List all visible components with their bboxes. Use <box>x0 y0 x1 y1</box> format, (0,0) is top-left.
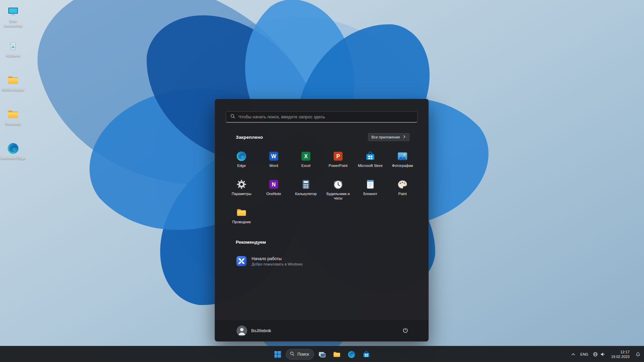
svg-text:W: W <box>271 154 276 159</box>
app-tile-excel[interactable]: X Excel <box>290 149 322 177</box>
app-tile-word[interactable]: W Word <box>258 149 290 177</box>
word-icon: W <box>268 150 279 162</box>
svg-text:P: P <box>336 154 340 159</box>
app-tile-label: Word <box>269 164 278 168</box>
pinned-header-row: Закреплено Все приложения <box>236 133 410 141</box>
all-apps-button[interactable]: Все приложения <box>368 133 410 141</box>
app-tile-microsoft-store[interactable]: Microsoft Store <box>354 149 386 177</box>
recommended-item-title: Начало работы <box>252 256 303 261</box>
power-button[interactable] <box>398 325 412 337</box>
search-icon <box>290 351 295 357</box>
user-profile-button[interactable]: BoJIIIebnik <box>236 323 274 338</box>
edge-icon <box>236 150 247 162</box>
settings-gear-icon <box>236 179 247 190</box>
computer-icon <box>1 5 25 18</box>
taskbar-file-explorer-button[interactable] <box>330 348 343 361</box>
get-started-icon <box>236 255 247 267</box>
tray-quick-settings-button[interactable] <box>591 348 607 361</box>
onenote-icon: N <box>268 179 279 190</box>
desktop-icon-this-pc[interactable]: Этот компьютер <box>1 5 25 28</box>
recycle-bin-icon <box>1 40 25 52</box>
app-tile-notepad[interactable]: Блокнот <box>354 177 386 205</box>
desktop-icon-label: KMSActivator <box>1 87 25 92</box>
calculator-icon <box>300 179 312 190</box>
tray-date: 19.02.2023 <box>611 354 630 359</box>
tray-language-button[interactable]: ENG <box>578 348 590 361</box>
app-tile-label: Microsoft Store <box>358 164 383 168</box>
svg-text:N: N <box>272 182 276 187</box>
taskbar-store-button[interactable] <box>360 348 373 361</box>
app-tile-label: Будильники и часы <box>323 192 354 200</box>
paint-palette-icon <box>397 179 408 190</box>
app-tile-label: Параметры <box>232 192 252 196</box>
svg-text:X: X <box>304 154 308 159</box>
recommended-item-subtitle: Добро пожаловать в Windows <box>252 262 303 266</box>
app-tile-paint[interactable]: Paint <box>386 177 419 205</box>
start-search-box[interactable] <box>226 111 418 123</box>
recommended-section-title: Рекомендуем <box>236 240 266 245</box>
store-icon <box>365 150 376 162</box>
desktop[interactable]: Этот компьютер Корзина KMSActivator Reco… <box>0 0 644 362</box>
folder-icon <box>1 74 25 86</box>
chevron-up-icon <box>571 352 576 357</box>
app-tile-calculator[interactable]: Калькулятор <box>290 177 322 205</box>
network-globe-icon <box>593 352 598 357</box>
app-tile-powerpoint[interactable]: P PowerPoint <box>322 149 354 177</box>
task-view-button[interactable] <box>315 348 329 361</box>
tray-time: 12:17 <box>611 350 630 354</box>
desktop-icon-recovery[interactable]: Recovery <box>1 108 25 126</box>
app-tile-photos[interactable]: Фотографии <box>386 149 419 177</box>
app-tile-label: Paint <box>398 192 407 196</box>
app-tile-edge[interactable]: Edge <box>225 149 258 177</box>
taskbar-search-button[interactable]: Поиск <box>286 349 314 360</box>
desktop-icon-label: Microsoft Edge <box>1 156 25 160</box>
desktop-icon-recycle-bin[interactable]: Корзина <box>1 40 25 58</box>
desktop-icon-kmsactivator[interactable]: KMSActivator <box>1 74 25 92</box>
app-tile-label: Блокнот <box>363 192 377 196</box>
recommended-item-get-started[interactable]: Начало работы Добро пожаловать в Windows <box>232 253 376 269</box>
app-tile-settings[interactable]: Параметры <box>225 177 258 205</box>
edge-icon <box>1 142 25 155</box>
chevron-right-icon <box>402 135 406 139</box>
app-tile-label: Excel <box>302 164 311 168</box>
app-tile-onenote[interactable]: N OneNote <box>258 177 290 205</box>
system-tray: ENG 12:17 19.02.2023 <box>569 346 643 362</box>
taskbar: Поиск <box>0 346 644 362</box>
folder-icon <box>236 207 247 218</box>
tray-clock-button[interactable]: 12:17 19.02.2023 <box>608 348 633 361</box>
start-menu-user-bar: BoJIIIebnik <box>215 320 428 341</box>
notification-center-button[interactable] <box>633 348 643 361</box>
tray-hidden-icons-button[interactable] <box>569 348 578 361</box>
all-apps-label: Все приложения <box>372 135 400 139</box>
taskbar-search-label: Поиск <box>298 352 309 357</box>
app-tile-explorer[interactable]: Проводник <box>225 205 258 233</box>
desktop-icon-label: Этот компьютер <box>1 19 25 28</box>
powerpoint-icon: P <box>332 150 344 162</box>
search-icon <box>230 114 235 120</box>
taskbar-center-group: Поиск <box>271 346 373 362</box>
task-view-icon <box>318 350 326 359</box>
store-icon <box>362 350 371 359</box>
start-search-input[interactable] <box>238 114 413 119</box>
language-label: ENG <box>580 352 588 356</box>
start-menu: Закреплено Все приложения Edge W Word <box>215 99 429 342</box>
power-icon <box>402 327 409 335</box>
start-button[interactable] <box>271 348 284 361</box>
app-tile-label: Калькулятор <box>295 192 317 196</box>
notepad-icon <box>365 179 376 190</box>
alarm-clock-icon <box>332 179 344 190</box>
taskbar-edge-button[interactable] <box>345 348 358 361</box>
app-tile-alarms[interactable]: Будильники и часы <box>322 177 354 205</box>
volume-icon <box>600 352 605 357</box>
windows-logo-icon <box>273 350 282 359</box>
desktop-icon-label: Recovery <box>1 122 25 126</box>
desktop-icon-label: Корзина <box>1 53 25 58</box>
notification-bell-icon <box>635 352 641 357</box>
folder-icon <box>333 350 341 359</box>
desktop-icon-microsoft-edge[interactable]: Microsoft Edge <box>1 142 25 160</box>
photos-icon <box>397 150 408 162</box>
edge-icon <box>347 350 356 359</box>
folder-icon <box>1 108 25 121</box>
excel-icon: X <box>300 150 312 162</box>
pinned-section-title: Закреплено <box>236 135 263 140</box>
